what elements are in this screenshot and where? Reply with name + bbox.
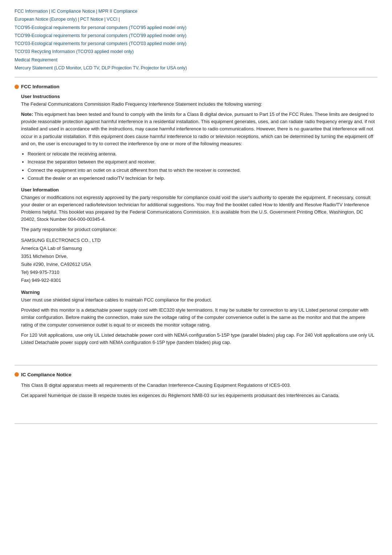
user-instructions-heading: User Instructions: [21, 94, 377, 99]
address-line-0: SAMSUNG ELECTRONICS CO., LTD: [21, 238, 101, 243]
fcc-orange-circle: [15, 85, 19, 89]
nav-link-tco03-recycling[interactable]: TCO'03 Recycling Information (TCO'03 app…: [15, 49, 134, 54]
warning-text3: For 120 Volt applications, use only UL L…: [21, 332, 377, 346]
address-line-2: 3351 Michelson Drive,: [21, 254, 68, 259]
address-line-5: Fax) 949-922-8301: [21, 278, 61, 283]
note-text: This equipment has been tested and found…: [21, 112, 375, 146]
address-line-3: Suite #290, Irvine, CA92612 USA: [21, 262, 91, 267]
bullet-2: Increase the separation between the equi…: [28, 158, 377, 166]
user-information-heading: User Information: [21, 187, 377, 193]
fcc-section-header: FCC Information: [15, 84, 377, 89]
ic-section-title: IC Compliance Notice: [21, 372, 72, 377]
warning-heading: Warning: [21, 289, 377, 295]
nav-link-tco95[interactable]: TCO'95-Ecological requirements for perso…: [15, 25, 187, 30]
user-instructions-intro: The Federal Communications Commission Ra…: [21, 101, 377, 108]
bottom-divider: [15, 424, 377, 424]
ic-section-header: IC Compliance Notice: [15, 372, 377, 377]
ic-orange-circle: [15, 372, 19, 377]
nav-link-mpr[interactable]: MPR II Compliance: [98, 9, 138, 14]
note-bold: Note:: [21, 112, 33, 117]
user-information-text: Changes or modifications not expressly a…: [21, 194, 377, 223]
nav-link-pct[interactable]: PCT Notice: [80, 17, 103, 22]
ic-text1: This Class B digital apparatus meets all…: [21, 382, 377, 389]
nav-link-tco03[interactable]: TCO'03-Ecological requirements for perso…: [15, 41, 187, 46]
bullet-4: Consult the dealer or an experienced rad…: [28, 175, 377, 182]
nav-link-medical[interactable]: Medical Requirement: [15, 57, 57, 62]
warning-text1: User must use shielded signal interface …: [21, 296, 377, 304]
nav-link-european[interactable]: European Notice (Europe only): [15, 17, 77, 22]
fcc-content: User Instructions The Federal Communicat…: [15, 94, 377, 346]
nav-link-fcc[interactable]: FCC Information: [15, 9, 48, 14]
ic-content: This Class B digital apparatus meets all…: [15, 382, 377, 399]
nav-link-vcci[interactable]: VCCI: [107, 17, 118, 22]
address-line-4: Tel) 949-975-7310: [21, 270, 60, 275]
fcc-bullets: Reorient or relocate the receiving anten…: [28, 150, 377, 182]
nav-link-mercury[interactable]: Mercury Statement (LCD Monitor, LCD TV, …: [15, 65, 187, 70]
bullet-3: Connect the equipment into an outlet on …: [28, 167, 377, 174]
party-responsible-label: The party responsible for product compli…: [21, 226, 377, 233]
middle-divider: [15, 365, 377, 365]
fcc-section-title: FCC Information: [21, 84, 60, 89]
ic-text2: Cet appareil Numérique de classe B respe…: [21, 392, 377, 399]
address-block: SAMSUNG ELECTRONICS CO., LTD America QA …: [21, 236, 377, 285]
warning-text2: Provided with this monitor is a detachab…: [21, 307, 377, 328]
ic-section: IC Compliance Notice This Class B digita…: [15, 372, 377, 399]
bullet-1: Reorient or relocate the receiving anten…: [28, 150, 377, 158]
nav-link-tco99[interactable]: TCO'99-Ecological requirements for perso…: [15, 33, 187, 38]
fcc-section: FCC Information User Instructions The Fe…: [15, 84, 377, 346]
nav-links: FCC Information|IC Compliance Notice|MPR…: [15, 7, 377, 72]
address-line-1: America QA Lab of Samsung: [21, 246, 82, 251]
nav-link-ic[interactable]: IC Compliance Notice: [51, 9, 95, 14]
top-divider: [15, 77, 377, 77]
note-paragraph: Note: This equipment has been tested and…: [21, 111, 377, 147]
